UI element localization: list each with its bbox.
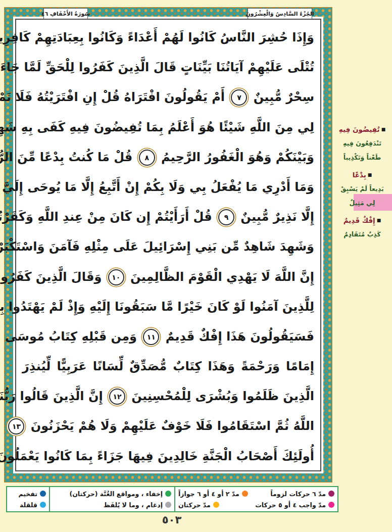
quran-line: أُولَئِكَ أَصْحَابُ الْجَنَّةِ خَالِدِين… bbox=[22, 442, 314, 471]
verse-number-badge: ١٠ bbox=[108, 269, 124, 285]
quran-line: إِنَّ اللَّهَ لَا يَهْدِي الْقَوْمَ الظَ… bbox=[22, 262, 314, 292]
quran-text-block: وَإِذَا حُشِرَ النَّاسُ كَانُوا لَهُمْ أ… bbox=[17, 21, 319, 469]
legend-section-madd: مدّ ٦ حركات لزوماًمدّ ٢ أو ٤ أو ٦ جوازاً… bbox=[174, 486, 338, 512]
quran-line: اللَّهُ ثُمَّ اسْتَقَامُوا فَلَا خَوْفٌ … bbox=[22, 411, 314, 441]
page-number: ٥٠٣ bbox=[0, 514, 344, 526]
quran-line-text: الَّذِينَ ظَلَمُوا وَبُشْرَى لِلْمُحْسِن… bbox=[127, 389, 314, 403]
legend-entry: مدّ حركتان bbox=[178, 501, 219, 509]
quran-line-text: قُلْ مَا كُنتُ بِدْعًا مِّنَ الرُّسُلِ bbox=[0, 150, 137, 164]
square-bullet-icon: ■ bbox=[368, 172, 372, 177]
quran-line-text: إِنَّ الَّذِينَ قَالُوا رَبُّنَا bbox=[0, 389, 107, 403]
margin-notes-column: ■تُفِيضُونَ فِيهِتَنْدَفِعُونَ فِيهِطَعْ… bbox=[332, 122, 392, 241]
margin-term: ■تُفِيضُونَ فِيهِ bbox=[332, 122, 392, 136]
quran-line: لِي مِنَ اللَّهِ شَيْئًا هُوَ أَعْلَمُ ب… bbox=[22, 113, 314, 142]
legend-label: مدّ ٢ أو ٤ أو ٦ جوازاً bbox=[178, 490, 239, 498]
legend-section-tafkheem: تفخيمقلقلة bbox=[6, 486, 50, 512]
quran-line: إِلَّا نَذِيرٌ مُّبِينٌ ٩ قُلْ أَرَأَيْت… bbox=[22, 202, 314, 232]
quran-line-text: تُتْلَى عَلَيْهِمْ آيَاتُنَا بَيِّنَاتٍ … bbox=[0, 60, 314, 74]
legend-label: مدّ حركتان bbox=[178, 501, 211, 509]
legend-dot-icon bbox=[165, 502, 171, 508]
legend-entry: قلقلة bbox=[20, 501, 46, 509]
quran-line-text: لِي مِنَ اللَّهِ شَيْئًا هُوَ أَعْلَمُ ب… bbox=[0, 120, 314, 134]
quran-line-text: أَمْ يَقُولُونَ افْتَرَاهُ قُلْ إِنِ افْ… bbox=[0, 90, 229, 104]
legend-entry: مدّ ٢ أو ٤ أو ٦ جوازاً bbox=[178, 490, 248, 498]
verse-number-badge: ١٢ bbox=[109, 389, 125, 405]
legend-entry: مدّ ٦ حركات لزوماً bbox=[270, 490, 334, 498]
quran-line: تُتْلَى عَلَيْهِمْ آيَاتُنَا بَيِّنَاتٍ … bbox=[22, 53, 314, 82]
quran-line-text: لِلَّذِينَ آمَنُوا لَوْ كَانَ خَيْرًا مَ… bbox=[0, 300, 314, 314]
quran-line-text: اللَّهُ ثُمَّ اسْتَقَامُوا فَلَا خَوْفٌ … bbox=[26, 419, 314, 433]
quran-line: وَإِذَا حُشِرَ النَّاسُ كَانُوا لَهُمْ أ… bbox=[22, 23, 314, 53]
legend-dot-icon bbox=[328, 502, 334, 508]
legend-entry: إخفاء ، ومواقع الغُنَّة (حركتان) bbox=[69, 490, 171, 498]
quran-line: وَمَا أَدْرِي مَا يُفْعَلُ بِي وَلَا بِك… bbox=[22, 172, 314, 202]
quran-line: الَّذِينَ ظَلَمُوا وَبُشْرَى لِلْمُحْسِن… bbox=[22, 381, 314, 411]
quran-line-text: فَسَيَقُولُونَ هَذَا إِفْكٌ قَدِيمٌ bbox=[161, 329, 314, 344]
margin-definition: بَدِيعاً لَمْ يَسْبِقْ bbox=[332, 182, 392, 196]
legend-row: مدّ واجب ٤ أو ٥ حركاتمدّ حركتان bbox=[178, 499, 334, 510]
quran-line-text: وَبَيْنَكُمْ وَهُوَ الْغَفُورُ الرَّحِيم… bbox=[157, 150, 314, 164]
legend-entry: تفخيم bbox=[18, 490, 46, 498]
verse-number-badge: ٧ bbox=[231, 89, 247, 106]
verse-number-badge: ١٣ bbox=[8, 418, 24, 434]
quran-line-text: إِلَّا نَذِيرٌ مُّبِينٌ bbox=[236, 210, 314, 224]
legend-dot-icon bbox=[40, 502, 46, 508]
mushaf-page: { "page": { "number_arabic": "٥٠٣", "bac… bbox=[0, 0, 392, 532]
surah-cartouche: سُورَةُ الأَحْقَافِ ٤٦ bbox=[43, 8, 88, 19]
verse-number-badge: ١١ bbox=[143, 329, 159, 345]
legend-dot-icon bbox=[328, 491, 334, 497]
legend-entry: إدغام ، وما لا يُلفَظ bbox=[104, 501, 171, 509]
legend-row: إخفاء ، ومواقع الغُنَّة (حركتان) bbox=[53, 488, 171, 499]
verse-number-badge: ٩ bbox=[218, 209, 234, 225]
quran-line: وَشَهِدَ شَاهِدٌ مِّن بَنِي إِسْرَائِيلَ… bbox=[22, 232, 314, 262]
margin-term: ■بِدْعًا bbox=[332, 168, 392, 182]
quran-line-text: سِحْرٌ مُّبِينٌ bbox=[249, 90, 314, 104]
legend-row: قلقلة bbox=[10, 499, 46, 510]
quran-line-text: وَمِن قَبْلِهِ كِتَابُ مُوسَى bbox=[5, 329, 141, 344]
square-bullet-icon: ■ bbox=[377, 218, 381, 223]
legend-label: مدّ واجب ٤ أو ٥ حركات bbox=[255, 501, 326, 509]
legend-label: تفخيم bbox=[18, 490, 37, 498]
quran-line-text: وَإِذَا حُشِرَ النَّاسُ كَانُوا لَهُمْ أ… bbox=[0, 30, 314, 44]
juz-title: الجُزْءُ السَّادِسُ وَالْعِشْرُونَ bbox=[246, 11, 314, 17]
legend-section-ghunnah: إخفاء ، ومواقع الغُنَّة (حركتان)إدغام ، … bbox=[49, 486, 175, 512]
quran-line-text: إِنَّ اللَّهَ لَا يَهْدِي الْقَوْمَ الظَ… bbox=[126, 270, 314, 284]
quran-line: لِلَّذِينَ آمَنُوا لَوْ كَانَ خَيْرًا مَ… bbox=[22, 292, 314, 322]
legend-dot-icon bbox=[213, 502, 219, 508]
margin-definition: طَعْناً وَتَكْذِيباً bbox=[332, 151, 392, 165]
quran-line-text: وَقَالَ الَّذِينَ كَفَرُوا bbox=[0, 270, 106, 284]
verse-number-badge: ٨ bbox=[139, 150, 155, 166]
surah-title: سُورَةُ الأَحْقَافِ ٤٦ bbox=[41, 11, 90, 17]
juz-cartouche: الجُزْءُ السَّادِسُ وَالْعِشْرُونَ bbox=[248, 8, 312, 19]
margin-term: ■إِفْكٌ قَدِيمٌ bbox=[332, 213, 392, 227]
legend-row: مدّ ٦ حركات لزوماًمدّ ٢ أو ٤ أو ٦ جوازاً bbox=[178, 488, 334, 499]
legend-row: تفخيم bbox=[10, 488, 46, 499]
quran-line-text: إِمَامًا وَرَحْمَةً وَهَذَا كِتَابٌ مُّص… bbox=[22, 359, 314, 373]
legend-dot-icon bbox=[242, 491, 248, 497]
quran-line-text: وَشَهِدَ شَاهِدٌ مِّن بَنِي إِسْرَائِيلَ… bbox=[0, 239, 314, 254]
tajweed-legend: مدّ ٦ حركات لزوماًمدّ ٢ أو ٤ أو ٦ جوازاً… bbox=[4, 486, 338, 512]
margin-definition: لِي مَثِيلٌ bbox=[332, 196, 392, 210]
legend-row: إدغام ، وما لا يُلفَظ bbox=[53, 499, 171, 510]
quran-line: وَبَيْنَكُمْ وَهُوَ الْغَفُورُ الرَّحِيم… bbox=[22, 142, 314, 172]
quran-line-text: أُولَئِكَ أَصْحَابُ الْجَنَّةِ خَالِدِين… bbox=[0, 449, 314, 463]
margin-definition: كَذِبٌ مُتَقَادِمٌ bbox=[332, 227, 392, 241]
legend-label: إخفاء ، ومواقع الغُنَّة (حركتان) bbox=[69, 490, 163, 498]
square-bullet-icon: ■ bbox=[381, 127, 386, 132]
quran-line: إِمَامًا وَرَحْمَةً وَهَذَا كِتَابٌ مُّص… bbox=[22, 352, 314, 381]
legend-entry: مدّ واجب ٤ أو ٥ حركات bbox=[255, 501, 334, 509]
quran-line-text: قُلْ أَرَأَيْتُمْ إِن كَانَ مِنْ عِندِ ا… bbox=[0, 210, 216, 224]
margin-definition: تَنْدَفِعُونَ فِيهِ bbox=[332, 136, 392, 151]
quran-line: سِحْرٌ مُّبِينٌ ٧ أَمْ يَقُولُونَ افْتَر… bbox=[22, 82, 314, 112]
quran-line: فَسَيَقُولُونَ هَذَا إِفْكٌ قَدِيمٌ ١١ و… bbox=[22, 322, 314, 352]
legend-label: مدّ ٦ حركات لزوماً bbox=[270, 490, 326, 498]
legend-dot-icon bbox=[165, 491, 171, 497]
legend-dot-icon bbox=[40, 491, 46, 497]
legend-label: قلقلة bbox=[20, 501, 37, 509]
quran-line-text: وَمَا أَدْرِي مَا يُفْعَلُ بِي وَلَا بِك… bbox=[0, 180, 314, 194]
legend-label: إدغام ، وما لا يُلفَظ bbox=[104, 501, 163, 509]
